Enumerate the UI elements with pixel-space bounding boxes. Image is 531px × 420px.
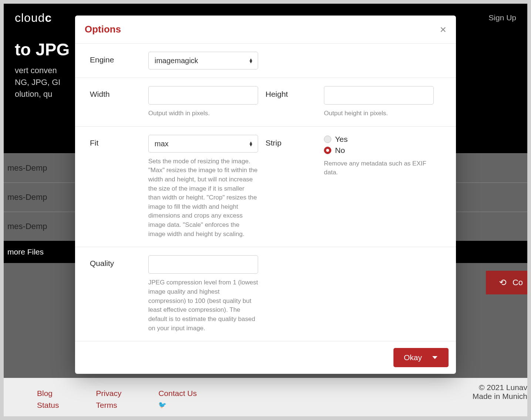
fit-label: Fit (90, 135, 148, 239)
chevron-down-icon (432, 355, 437, 360)
width-help: Output width in pixels. (148, 109, 258, 118)
modal-footer: Okay (75, 341, 456, 374)
fit-select[interactable]: max (148, 135, 258, 153)
quality-label: Quality (90, 255, 148, 333)
dimensions-section: Width Output width in pixels. Height Out… (75, 78, 456, 127)
engine-select[interactable]: imagemagick (148, 52, 258, 69)
okay-button[interactable]: Okay (393, 348, 449, 367)
radio-icon (324, 136, 331, 143)
options-modal: Options × Engine imagemagick ▴▾ (75, 16, 456, 374)
modal-header: Options × (75, 16, 456, 44)
height-help: Output height in pixels. (324, 109, 434, 118)
fit-strip-section: Fit max ▴▾ Sets the mode of resizing the… (75, 127, 456, 247)
strip-label: Strip (266, 135, 324, 239)
quality-section: Quality JPEG compression level from 1 (l… (75, 247, 456, 341)
radio-icon (324, 147, 331, 154)
strip-radio-group: Yes No (324, 135, 434, 155)
modal-title: Options (85, 24, 121, 35)
engine-section: Engine imagemagick ▴▾ (75, 44, 456, 78)
width-label: Width (90, 86, 148, 118)
close-icon[interactable]: × (440, 24, 446, 35)
engine-label: Engine (90, 52, 148, 69)
strip-no-radio[interactable]: No (324, 146, 434, 155)
height-input[interactable] (324, 86, 434, 105)
strip-yes-radio[interactable]: Yes (324, 135, 434, 144)
modal-body: Engine imagemagick ▴▾ Width (75, 44, 456, 341)
height-label: Height (266, 86, 324, 118)
modal-backdrop: Options × Engine imagemagick ▴▾ (4, 4, 527, 416)
quality-help: JPEG compression level from 1 (lowest im… (148, 278, 258, 333)
strip-help: Remove any metadata such as EXIF data. (324, 159, 434, 177)
width-input[interactable] (148, 86, 258, 105)
fit-help: Sets the mode of resizing the image. "Ma… (148, 157, 258, 239)
quality-input[interactable] (148, 255, 258, 274)
